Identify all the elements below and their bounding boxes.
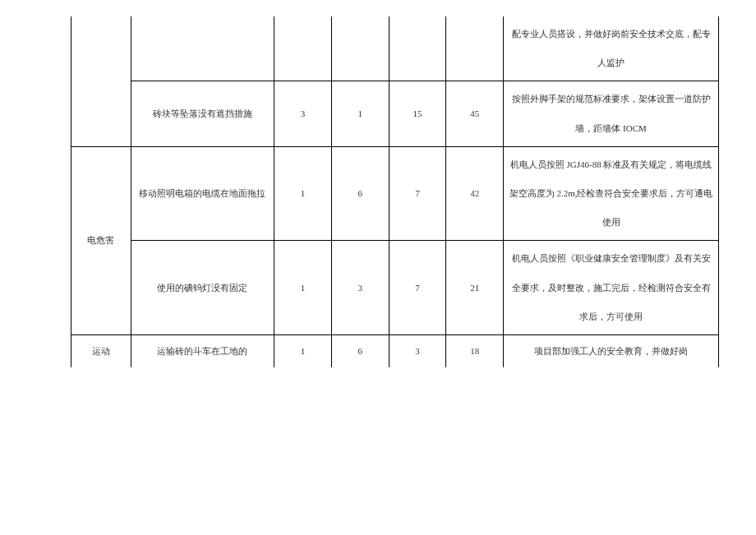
measure-cell: 项目部加强工人的安全教育，并做好岗 <box>504 334 719 367</box>
table-row: 砖块等坠落没有遮挡措施 3 1 15 45 按照外脚手架的规范标准要求，架体设置… <box>37 81 719 146</box>
measure-cell: 机电人员按照《职业健康安全管理制度》及有关安全要求，及时整改，施工完后，经检测符… <box>504 241 719 335</box>
desc-cell: 砖块等坠落没有遮挡措施 <box>131 81 274 146</box>
desc-cell: 移动照明电箱的电缆在地面拖拉 <box>131 146 274 241</box>
risk-table: 配专业人员搭设，并做好岗前安全技术交底，配专人监护 砖块等坠落没有遮挡措施 3 … <box>37 16 719 367</box>
category-cell <box>71 16 131 81</box>
value-cell: 7 <box>389 241 446 335</box>
value-cell: 1 <box>274 146 332 241</box>
desc-cell <box>131 16 274 81</box>
value-cell: 7 <box>389 146 446 241</box>
value-cell <box>446 16 504 81</box>
table-row: 电危害 移动照明电箱的电缆在地面拖拉 1 6 7 42 机电人员按照 JGJ46… <box>37 146 719 241</box>
value-cell: 1 <box>274 334 332 367</box>
category-cell: 运动 <box>71 334 131 367</box>
value-cell: 45 <box>446 81 504 146</box>
category-cell <box>71 81 131 146</box>
value-cell: 18 <box>446 334 504 367</box>
value-cell: 1 <box>274 241 332 335</box>
table-row: 使用的碘钨灯没有固定 1 3 7 21 机电人员按照《职业健康安全管理制度》及有… <box>37 241 719 335</box>
value-cell: 3 <box>331 241 389 335</box>
value-cell: 21 <box>446 241 504 335</box>
desc-cell: 使用的碘钨灯没有固定 <box>131 241 274 335</box>
value-cell: 6 <box>331 146 389 241</box>
measure-cell: 配专业人员搭设，并做好岗前安全技术交底，配专人监护 <box>504 16 719 81</box>
table-row: 配专业人员搭设，并做好岗前安全技术交底，配专人监护 <box>37 16 719 81</box>
value-cell <box>389 16 446 81</box>
value-cell: 6 <box>331 334 389 367</box>
value-cell: 42 <box>446 146 504 241</box>
desc-cell: 运输砖的斗车在工地的 <box>131 334 274 367</box>
value-cell: 1 <box>331 81 389 146</box>
measure-cell: 按照外脚手架的规范标准要求，架体设置一道防护墙，距墙体 IOCM <box>504 81 719 146</box>
category-cell: 电危害 <box>71 146 131 334</box>
table-row: 运动 运输砖的斗车在工地的 1 6 3 18 项目部加强工人的安全教育，并做好岗 <box>37 334 719 367</box>
value-cell <box>274 16 332 81</box>
value-cell <box>331 16 389 81</box>
value-cell: 3 <box>389 334 446 367</box>
measure-cell: 机电人员按照 JGJ46-88 标准及有关规定，将电缆线架空高度为 2.2m,经… <box>504 146 719 241</box>
value-cell: 15 <box>389 81 446 146</box>
value-cell: 3 <box>274 81 332 146</box>
